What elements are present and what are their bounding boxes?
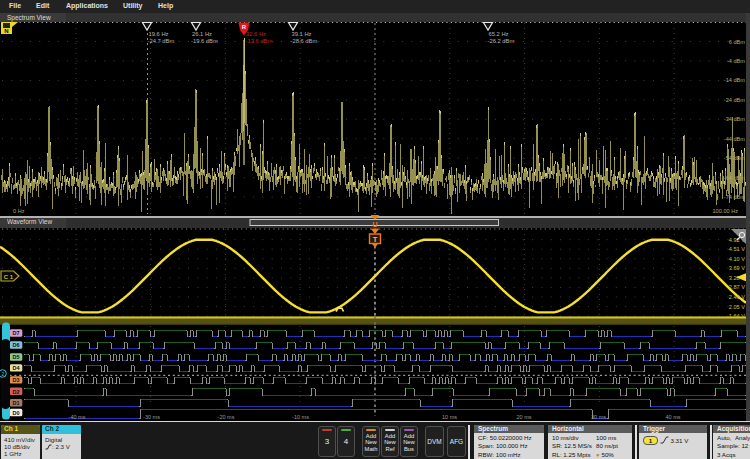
svg-text:-4 dBm: -4 dBm (727, 58, 745, 64)
svg-text:D5: D5 (12, 354, 19, 360)
svg-text:-10 ms: -10 ms (292, 414, 309, 420)
svg-text:2: 2 (2, 371, 5, 377)
svg-text:39.1 Hz: 39.1 Hz (292, 31, 312, 37)
svg-text:3.69 V: 3.69 V (729, 265, 745, 271)
svg-text:-28.6 dBm: -28.6 dBm (291, 38, 318, 44)
svg-text:-40 ms: -40 ms (69, 414, 86, 420)
svg-text:N: N (4, 28, 8, 34)
svg-text:-13.6 dBm: -13.6 dBm (246, 38, 273, 44)
svg-text:-19.6 dBm: -19.6 dBm (191, 38, 218, 44)
svg-text:R: R (242, 24, 247, 30)
svg-text:D0: D0 (12, 410, 19, 416)
svg-text:10 ms: 10 ms (442, 414, 457, 420)
svg-text:20 ms: 20 ms (517, 414, 532, 420)
svg-text:-14 dBm: -14 dBm (724, 77, 745, 83)
svg-text:32.6 Hz: 32.6 Hz (246, 31, 266, 37)
svg-text:19.6 Hz: 19.6 Hz (149, 31, 169, 37)
svg-text:D6: D6 (12, 342, 19, 348)
svg-text:2.87 V: 2.87 V (729, 284, 745, 290)
svg-text:D3: D3 (12, 377, 19, 383)
svg-text:26.1 Hz: 26.1 Hz (192, 31, 212, 37)
svg-text:-64 dBm: -64 dBm (724, 175, 745, 181)
svg-text:-30 ms: -30 ms (143, 414, 160, 420)
svg-text:4.10 V: 4.10 V (729, 256, 745, 262)
svg-text:2.05 V: 2.05 V (729, 304, 745, 310)
svg-text:-26.2 dBm: -26.2 dBm (488, 38, 515, 44)
svg-text:D1: D1 (12, 400, 19, 406)
svg-text:6 dBm: 6 dBm (729, 39, 746, 45)
svg-text:2.46 V: 2.46 V (729, 294, 745, 300)
svg-text:D4: D4 (12, 365, 20, 371)
svg-text:40 ms: 40 ms (666, 414, 681, 420)
svg-text:T: T (373, 235, 378, 244)
svg-text:-20 ms: -20 ms (218, 414, 235, 420)
svg-text:-24 dBm: -24 dBm (724, 97, 745, 103)
svg-text:65.2 Hz: 65.2 Hz (489, 31, 509, 37)
svg-text:U: U (372, 221, 377, 228)
svg-text:-44 dBm: -44 dBm (724, 136, 745, 142)
svg-text:100.00 Hz: 100.00 Hz (713, 208, 739, 214)
svg-text:-24.7 dBm: -24.7 dBm (148, 38, 175, 44)
svg-text:C 1: C 1 (4, 274, 14, 280)
svg-text:30 ms: 30 ms (591, 414, 606, 420)
svg-text:D2: D2 (12, 389, 19, 395)
svg-text:4.51 V: 4.51 V (729, 246, 745, 252)
svg-text:0 Hz: 0 Hz (13, 208, 25, 214)
svg-text:D7: D7 (12, 330, 19, 336)
svg-text:-34 dBm: -34 dBm (724, 116, 745, 122)
svg-text:-74 dBm: -74 dBm (724, 194, 745, 200)
svg-text:-54 dBm: -54 dBm (724, 155, 745, 161)
